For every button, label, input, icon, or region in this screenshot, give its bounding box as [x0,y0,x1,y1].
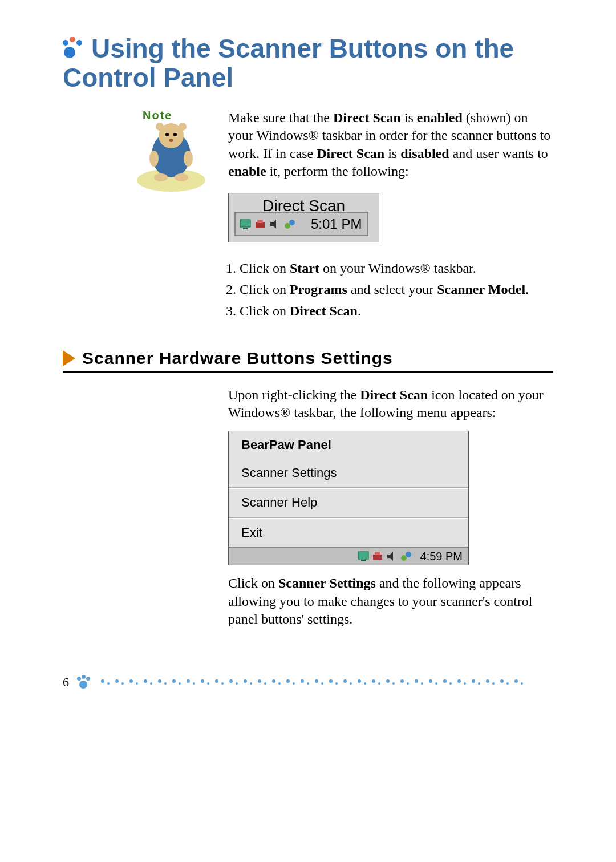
svg-point-44 [229,679,233,683]
note-paragraph: Make sure that the Direct Scan is enable… [228,109,553,180]
bear-icon [131,123,211,195]
svg-point-67 [392,682,395,685]
svg-point-82 [500,679,504,683]
menu-item-bearpaw-panel[interactable]: BearPaw Panel [229,431,468,459]
svg-point-8 [154,173,168,181]
svg-point-63 [364,682,366,685]
svg-point-42 [215,679,218,683]
svg-point-56 [315,679,318,683]
svg-point-28 [115,679,119,683]
svg-point-64 [372,679,375,683]
printer-icon [371,550,384,562]
footer-dots [100,679,553,685]
menu-item-scanner-settings[interactable]: Scanner Settings [229,459,468,487]
svg-point-66 [386,679,390,683]
svg-rect-15 [257,220,263,223]
svg-point-45 [236,682,238,685]
svg-point-61 [350,682,352,685]
svg-point-40 [201,679,204,683]
svg-point-6 [173,133,177,136]
taskbar-figure: Direct Scan 5:01 PM [228,193,379,242]
step-3: Click on Direct Scan. [240,302,553,320]
svg-point-10 [149,151,159,167]
svg-point-80 [486,679,489,683]
svg-point-32 [144,679,147,683]
svg-point-83 [506,682,509,685]
svg-point-11 [184,151,193,167]
svg-point-50 [272,679,275,683]
svg-point-55 [307,682,309,685]
svg-point-60 [343,679,347,683]
svg-point-57 [321,682,323,685]
note-illustration: Note [125,109,217,195]
direct-scan-icon [283,218,296,230]
svg-rect-12 [240,220,250,227]
svg-point-53 [293,682,295,685]
volume-icon [269,218,281,230]
svg-point-7 [169,139,173,142]
display-icon [239,218,252,230]
svg-point-18 [289,220,295,225]
volume-icon [386,550,398,562]
svg-point-9 [175,173,188,181]
menu-item-exit[interactable]: Exit [229,519,468,547]
svg-point-59 [335,682,338,685]
svg-point-38 [187,679,190,683]
svg-rect-21 [373,555,382,560]
svg-point-36 [172,679,176,683]
direct-scan-icon [400,550,412,562]
svg-point-51 [278,682,281,685]
svg-point-72 [429,679,432,683]
svg-point-24 [401,555,407,561]
svg-point-29 [121,682,124,685]
svg-point-49 [264,682,266,685]
section-paragraph-2: Click on Scanner Settings and the follow… [228,574,553,628]
section-heading-text: Scanner Hardware Buttons Settings [82,349,393,368]
svg-point-33 [150,682,152,685]
tray-time: 5:01 PM [311,215,362,233]
tray-icons [357,550,412,562]
svg-point-34 [158,679,161,683]
svg-point-31 [136,682,138,685]
svg-point-81 [492,682,495,685]
svg-point-35 [164,682,167,685]
page-title-text: Using the Scanner Buttons on the Control… [63,34,514,92]
page-title: Using the Scanner Buttons on the Control… [63,34,553,92]
svg-point-78 [472,679,475,683]
svg-point-71 [421,682,423,685]
taskbar-figure-label: Direct Scan [229,196,379,216]
svg-point-41 [207,682,209,685]
svg-point-48 [258,679,261,683]
triangle-bullet-icon [63,350,75,366]
svg-point-5 [165,133,169,136]
svg-point-74 [443,679,447,683]
svg-point-58 [329,679,333,683]
svg-point-37 [179,682,181,685]
svg-rect-14 [256,222,265,228]
tray-time: 4:59 PM [420,549,463,564]
svg-point-79 [478,682,480,685]
document-page: Using the Scanner Buttons on the Control… [0,0,616,724]
steps-list: Click on Start on your Windows® taskbar.… [228,260,553,320]
section-body: Upon right-clicking the Direct Scan icon… [63,386,553,635]
svg-point-30 [129,679,133,683]
svg-rect-22 [375,552,380,555]
svg-point-65 [378,682,380,685]
note-row: Note Make sure tha [63,109,553,326]
svg-point-17 [285,223,290,229]
svg-point-62 [358,679,361,683]
svg-marker-23 [387,552,393,561]
svg-point-85 [521,682,523,685]
svg-point-70 [415,679,418,683]
paw-icon [63,37,86,59]
svg-point-54 [301,679,304,683]
section-paragraph-1: Upon right-clicking the Direct Scan icon… [228,386,553,422]
note-label: Note [143,109,172,122]
printer-icon [254,218,266,230]
svg-point-39 [193,682,195,685]
display-icon [357,550,370,562]
menu-item-scanner-help[interactable]: Scanner Help [229,489,468,517]
svg-point-69 [407,682,409,685]
svg-point-46 [244,679,247,683]
section-heading: Scanner Hardware Buttons Settings [63,349,553,373]
